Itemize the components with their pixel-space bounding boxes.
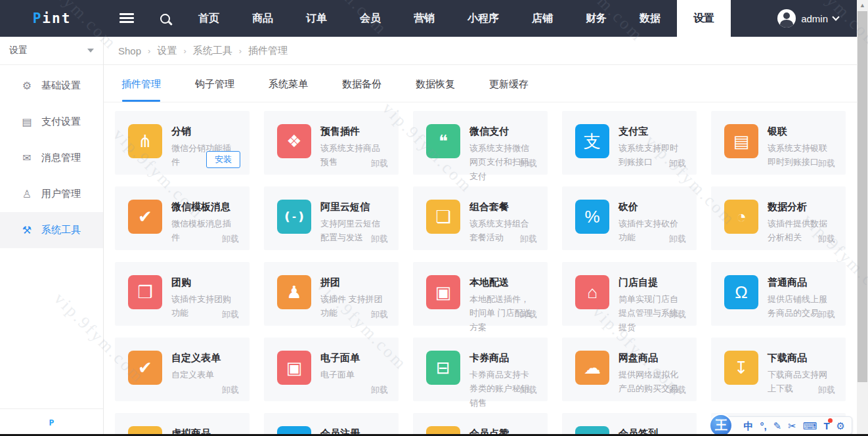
uninstall-link[interactable]: 卸载 [818,309,835,320]
nav-item-4[interactable]: 营销 [397,0,451,37]
breadcrumb-separator: › [148,46,150,56]
nav-item-9[interactable]: 设置 [677,0,731,37]
tab-3[interactable]: 数据备份 [342,73,381,102]
uninstall-link[interactable]: 卸载 [520,309,537,320]
icon-glyph: ⌂ [587,284,597,301]
nav-item-2[interactable]: 订单 [290,0,343,37]
breadcrumb-item-3[interactable]: 插件管理 [248,45,288,57]
plugin-card: ✔自定义表单自定义表单卸载 [115,338,250,401]
breadcrumb-item-0[interactable]: Shop [118,45,141,56]
sidebar-item-1[interactable]: ▤支付设置 [0,104,103,140]
sidebar-item-4[interactable]: ⚒系统工具 [0,212,103,248]
tab-4[interactable]: 数据恢复 [416,73,455,102]
uninstall-link[interactable]: 卸载 [669,233,686,245]
install-button[interactable]: 安装 [206,151,240,168]
user-menu[interactable]: admin [777,9,838,28]
plugin-title: 普通商品 [768,276,835,289]
icon-glyph: ◔ [736,208,747,225]
uninstall-link[interactable]: 卸载 [371,384,388,396]
page-scrollbar[interactable]: ▲ [857,0,868,436]
plugin-card: ⌂门店自提简单实现门店自提点管理与系统提货卸载 [562,262,697,326]
ime-icons: 中°,✎✂⌨T⚙ [743,421,845,431]
shopping-bag-icon: Ω [724,275,758,309]
sidebar-item-3[interactable]: ♙用户管理 [0,176,103,212]
sidebar-item-2[interactable]: ✉消息管理 [0,140,103,176]
uninstall-link[interactable]: 卸载 [520,233,537,245]
plugin-card: ♟拼团该插件 支持拼团功能卸载 [264,262,399,326]
main-nav: 首页商品订单会员营销小程序店铺财务数据设置 [182,0,731,37]
plugin-title: 砍价 [618,201,686,213]
uninstall-link[interactable]: 卸载 [222,309,239,320]
plugin-card: ❑虚拟商品 [115,413,250,436]
uninstall-link[interactable]: 卸载 [371,233,388,245]
uninstall-link[interactable]: 卸载 [818,158,835,169]
ime-logo-badge[interactable]: 王 [709,414,733,436]
main-content: Shop›设置›系统工具›插件管理 插件管理钩子管理系统菜单数据备份数据恢复更新… [104,37,857,436]
skin-icon[interactable]: T [823,421,829,431]
nav-item-5[interactable]: 小程序 [451,0,515,37]
plugin-card: %砍价该插件支持砍价功能卸载 [562,186,697,250]
tab-0[interactable]: 插件管理 [121,73,161,102]
uninstall-link[interactable]: 卸载 [818,384,835,396]
uninstall-link[interactable]: 卸载 [222,233,239,245]
tab-5[interactable]: 更新缓存 [489,73,529,102]
sidebar-item-0[interactable]: ⚙基础设置 [0,68,103,104]
sidebar-footer: P [0,408,103,436]
uninstall-link[interactable]: 卸载 [371,309,388,320]
plugin-card: ☁网盘商品提供网络虚拟化产品的购买交易卸载 [562,338,697,401]
logo-accent: P [33,11,43,26]
sidebar: 设置 ⚙基础设置▤支付设置✉消息管理♙用户管理⚒系统工具 P [0,37,104,436]
pen-icon[interactable]: ✎ [773,421,782,431]
plugin-title: 分销 [171,125,239,138]
uninstall-link[interactable]: 卸载 [669,158,686,169]
plugin-title: 阿里云短信 [320,201,388,213]
sidebar-footer-logo: P [49,418,54,427]
scroll-up-arrow-icon[interactable]: ▲ [857,0,868,11]
punctuation-icon[interactable]: °, [760,421,766,431]
icon-glyph: ▣ [286,359,303,376]
message-icon: ✉ [21,152,33,164]
plugin-grid: ⋔分销微信分销功能插件安装❖预售插件该系统支持商品预售卸载❝微信支付该系统支持微… [104,102,857,436]
keyboard-icon[interactable]: ⌨ [803,421,817,431]
sidebar-header[interactable]: 设置 [0,37,103,65]
search-icon[interactable] [160,14,170,24]
uninstall-link[interactable]: 卸载 [669,384,686,396]
plugin-info: 自定义表单自定义表单 [171,351,221,401]
uninstall-link[interactable]: 卸载 [520,384,537,396]
uninstall-link[interactable]: 卸载 [371,158,388,169]
plugin-card: ☝会员点赞 [413,413,548,436]
plugin-title: 组合套餐 [469,201,537,213]
ime-glyph: ⌨ [803,420,817,431]
plugin-title: 微信模板消息 [171,201,239,213]
uninstall-link[interactable]: 卸载 [520,158,537,169]
nav-item-6[interactable]: 店铺 [515,0,569,37]
nav-item-3[interactable]: 会员 [343,0,397,37]
plugin-card: ❏组合套餐该系统支持组合套餐活动卸载 [413,186,548,250]
plugin-desc: 自定义表单 [171,368,221,381]
plugin-info: 电子面单电子面单 [320,351,360,401]
hamburger-menu-icon[interactable] [119,13,134,24]
ime-settings-gear-icon[interactable]: ⚙ [836,421,845,431]
tab-1[interactable]: 钩子管理 [195,73,234,102]
breadcrumb-item-2[interactable]: 系统工具 [193,45,232,57]
icon-glyph: ❝ [439,133,448,150]
nav-item-8[interactable]: 数据 [623,0,677,37]
breadcrumb-item-1[interactable]: 设置 [157,45,177,57]
plugin-card: ✔微信模板消息微信模板消息插件卸载 [115,186,250,250]
icon-glyph: ❪-❫ [282,211,306,223]
tab-2[interactable]: 系统菜单 [269,73,308,102]
nav-item-7[interactable]: 财务 [569,0,623,37]
scrollbar-thumb[interactable] [857,11,867,382]
uninstall-link[interactable]: 卸载 [669,309,686,320]
uninstall-link[interactable]: 卸载 [818,233,835,245]
nav-item-1[interactable]: 商品 [236,0,290,37]
chinese-mode-icon[interactable]: 中 [743,421,753,431]
tags-icon: ❒ [128,275,162,309]
app-logo[interactable]: Pint [0,11,104,26]
scissors-icon[interactable]: ✂ [788,421,796,431]
plugin-card: ↧下载商品下载商品支持网上下载卸载 [711,338,846,401]
uninstall-link[interactable]: 卸载 [222,384,239,396]
breadcrumb: Shop›设置›系统工具›插件管理 [104,37,857,65]
plugin-title: 支付宝 [618,125,686,138]
nav-item-0[interactable]: 首页 [182,0,236,37]
